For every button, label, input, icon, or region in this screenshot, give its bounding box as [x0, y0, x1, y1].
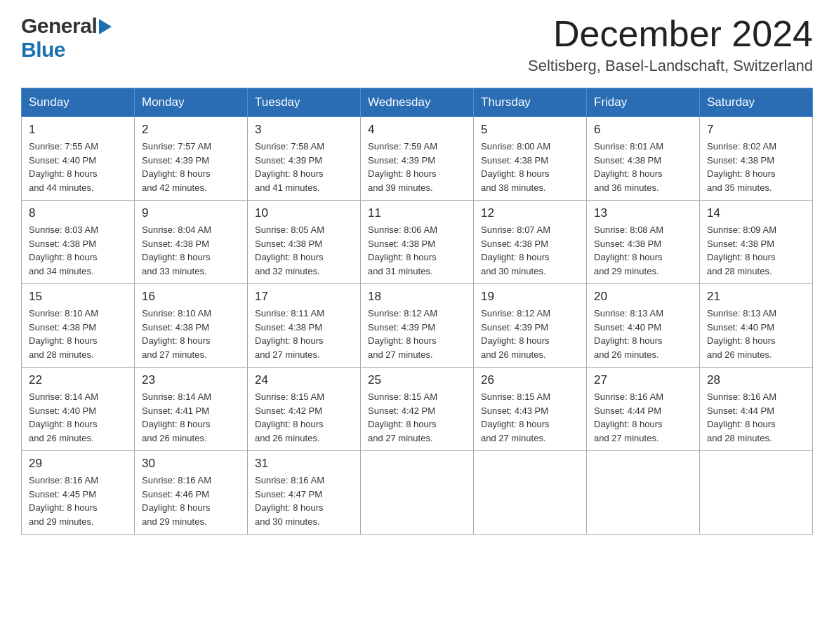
day-info: Sunrise: 8:10 AMSunset: 4:38 PMDaylight:…: [142, 307, 240, 361]
day-number: 4: [368, 123, 466, 137]
day-info: Sunrise: 8:00 AMSunset: 4:38 PMDaylight:…: [481, 140, 579, 194]
calendar-week-row: 22Sunrise: 8:14 AMSunset: 4:40 PMDayligh…: [22, 368, 813, 451]
page-header: General Blue December 2024 Seltisberg, B…: [21, 14, 813, 75]
day-info: Sunrise: 8:15 AMSunset: 4:42 PMDaylight:…: [255, 390, 353, 445]
logo-triangle-icon: [99, 19, 112, 34]
day-info: Sunrise: 7:55 AMSunset: 4:40 PMDaylight:…: [29, 140, 127, 194]
logo-blue-text: Blue: [21, 38, 65, 61]
calendar-day-cell: 20Sunrise: 8:13 AMSunset: 4:40 PMDayligh…: [587, 284, 700, 368]
location-title: Seltisberg, Basel-Landschaft, Switzerlan…: [528, 57, 813, 75]
calendar-week-row: 1Sunrise: 7:55 AMSunset: 4:40 PMDaylight…: [22, 117, 813, 201]
calendar-day-cell: 2Sunrise: 7:57 AMSunset: 4:39 PMDaylight…: [135, 117, 248, 201]
day-number: 10: [255, 206, 353, 220]
calendar-day-cell: 31Sunrise: 8:16 AMSunset: 4:47 PMDayligh…: [248, 451, 361, 535]
day-info: Sunrise: 8:01 AMSunset: 4:38 PMDaylight:…: [594, 140, 692, 194]
calendar-day-cell: [700, 451, 813, 535]
calendar-week-row: 29Sunrise: 8:16 AMSunset: 4:45 PMDayligh…: [22, 451, 813, 535]
calendar-day-cell: 11Sunrise: 8:06 AMSunset: 4:38 PMDayligh…: [361, 201, 474, 284]
day-number: 24: [255, 373, 353, 387]
calendar-day-cell: 23Sunrise: 8:14 AMSunset: 4:41 PMDayligh…: [135, 368, 248, 451]
calendar-day-cell: 21Sunrise: 8:13 AMSunset: 4:40 PMDayligh…: [700, 284, 813, 368]
day-number: 27: [594, 373, 692, 387]
day-info: Sunrise: 8:12 AMSunset: 4:39 PMDaylight:…: [368, 307, 466, 361]
day-number: 30: [142, 457, 240, 471]
day-info: Sunrise: 7:58 AMSunset: 4:39 PMDaylight:…: [255, 140, 353, 194]
calendar-day-cell: 25Sunrise: 8:15 AMSunset: 4:42 PMDayligh…: [361, 368, 474, 451]
calendar-day-cell: 13Sunrise: 8:08 AMSunset: 4:38 PMDayligh…: [587, 201, 700, 284]
day-number: 2: [142, 123, 240, 137]
logo: General Blue: [21, 14, 112, 62]
calendar-day-cell: 10Sunrise: 8:05 AMSunset: 4:38 PMDayligh…: [248, 201, 361, 284]
day-number: 22: [29, 373, 127, 387]
day-info: Sunrise: 8:03 AMSunset: 4:38 PMDaylight:…: [29, 223, 127, 278]
day-info: Sunrise: 8:14 AMSunset: 4:40 PMDaylight:…: [29, 390, 127, 445]
day-of-week-header: Tuesday: [248, 88, 361, 117]
day-number: 23: [142, 373, 240, 387]
day-number: 13: [594, 206, 692, 220]
day-number: 14: [707, 206, 805, 220]
calendar-day-cell: 14Sunrise: 8:09 AMSunset: 4:38 PMDayligh…: [700, 201, 813, 284]
calendar-day-cell: 22Sunrise: 8:14 AMSunset: 4:40 PMDayligh…: [22, 368, 135, 451]
day-info: Sunrise: 8:16 AMSunset: 4:47 PMDaylight:…: [255, 474, 353, 528]
day-info: Sunrise: 7:59 AMSunset: 4:39 PMDaylight:…: [368, 140, 466, 194]
calendar-body: 1Sunrise: 7:55 AMSunset: 4:40 PMDaylight…: [22, 117, 813, 535]
day-of-week-header: Saturday: [700, 88, 813, 117]
day-number: 11: [368, 206, 466, 220]
day-number: 18: [368, 290, 466, 304]
logo-general-text: General: [21, 14, 97, 38]
month-title: December 2024: [528, 14, 813, 54]
day-number: 17: [255, 290, 353, 304]
day-info: Sunrise: 8:15 AMSunset: 4:43 PMDaylight:…: [481, 390, 579, 445]
day-number: 8: [29, 206, 127, 220]
day-info: Sunrise: 8:09 AMSunset: 4:38 PMDaylight:…: [707, 223, 805, 278]
calendar-day-cell: 5Sunrise: 8:00 AMSunset: 4:38 PMDaylight…: [474, 117, 587, 201]
day-info: Sunrise: 8:06 AMSunset: 4:38 PMDaylight:…: [368, 223, 466, 278]
day-number: 28: [707, 373, 805, 387]
day-of-week-header: Thursday: [474, 88, 587, 117]
day-number: 26: [481, 373, 579, 387]
calendar-day-cell: 24Sunrise: 8:15 AMSunset: 4:42 PMDayligh…: [248, 368, 361, 451]
day-of-week-header: Wednesday: [361, 88, 474, 117]
calendar-day-cell: 1Sunrise: 7:55 AMSunset: 4:40 PMDaylight…: [22, 117, 135, 201]
calendar-day-cell: 9Sunrise: 8:04 AMSunset: 4:38 PMDaylight…: [135, 201, 248, 284]
title-section: December 2024 Seltisberg, Basel-Landscha…: [528, 14, 813, 75]
calendar-table: SundayMondayTuesdayWednesdayThursdayFrid…: [21, 88, 813, 535]
calendar-day-cell: 8Sunrise: 8:03 AMSunset: 4:38 PMDaylight…: [22, 201, 135, 284]
day-number: 29: [29, 457, 127, 471]
day-number: 19: [481, 290, 579, 304]
calendar-day-cell: 29Sunrise: 8:16 AMSunset: 4:45 PMDayligh…: [22, 451, 135, 535]
calendar-week-row: 8Sunrise: 8:03 AMSunset: 4:38 PMDaylight…: [22, 201, 813, 284]
calendar-header: SundayMondayTuesdayWednesdayThursdayFrid…: [22, 88, 813, 117]
calendar-day-cell: 16Sunrise: 8:10 AMSunset: 4:38 PMDayligh…: [135, 284, 248, 368]
day-number: 31: [255, 457, 353, 471]
calendar-day-cell: 30Sunrise: 8:16 AMSunset: 4:46 PMDayligh…: [135, 451, 248, 535]
day-number: 15: [29, 290, 127, 304]
day-number: 7: [707, 123, 805, 137]
day-of-week-header: Sunday: [22, 88, 135, 117]
day-number: 25: [368, 373, 466, 387]
calendar-day-cell: 27Sunrise: 8:16 AMSunset: 4:44 PMDayligh…: [587, 368, 700, 451]
calendar-day-cell: 3Sunrise: 7:58 AMSunset: 4:39 PMDaylight…: [248, 117, 361, 201]
calendar-day-cell: 19Sunrise: 8:12 AMSunset: 4:39 PMDayligh…: [474, 284, 587, 368]
calendar-day-cell: 17Sunrise: 8:11 AMSunset: 4:38 PMDayligh…: [248, 284, 361, 368]
day-info: Sunrise: 8:16 AMSunset: 4:44 PMDaylight:…: [707, 390, 805, 445]
day-info: Sunrise: 8:14 AMSunset: 4:41 PMDaylight:…: [142, 390, 240, 445]
day-info: Sunrise: 8:13 AMSunset: 4:40 PMDaylight:…: [594, 307, 692, 361]
day-info: Sunrise: 8:12 AMSunset: 4:39 PMDaylight:…: [481, 307, 579, 361]
calendar-day-cell: 28Sunrise: 8:16 AMSunset: 4:44 PMDayligh…: [700, 368, 813, 451]
day-info: Sunrise: 7:57 AMSunset: 4:39 PMDaylight:…: [142, 140, 240, 194]
calendar-day-cell: [474, 451, 587, 535]
day-of-week-header: Friday: [587, 88, 700, 117]
day-info: Sunrise: 8:11 AMSunset: 4:38 PMDaylight:…: [255, 307, 353, 361]
calendar-day-cell: 15Sunrise: 8:10 AMSunset: 4:38 PMDayligh…: [22, 284, 135, 368]
calendar-day-cell: 4Sunrise: 7:59 AMSunset: 4:39 PMDaylight…: [361, 117, 474, 201]
day-number: 3: [255, 123, 353, 137]
calendar-day-cell: [361, 451, 474, 535]
calendar-day-cell: 18Sunrise: 8:12 AMSunset: 4:39 PMDayligh…: [361, 284, 474, 368]
calendar-week-row: 15Sunrise: 8:10 AMSunset: 4:38 PMDayligh…: [22, 284, 813, 368]
day-number: 6: [594, 123, 692, 137]
day-info: Sunrise: 8:02 AMSunset: 4:38 PMDaylight:…: [707, 140, 805, 194]
calendar-day-cell: [587, 451, 700, 535]
day-info: Sunrise: 8:13 AMSunset: 4:40 PMDaylight:…: [707, 307, 805, 361]
calendar-day-cell: 12Sunrise: 8:07 AMSunset: 4:38 PMDayligh…: [474, 201, 587, 284]
